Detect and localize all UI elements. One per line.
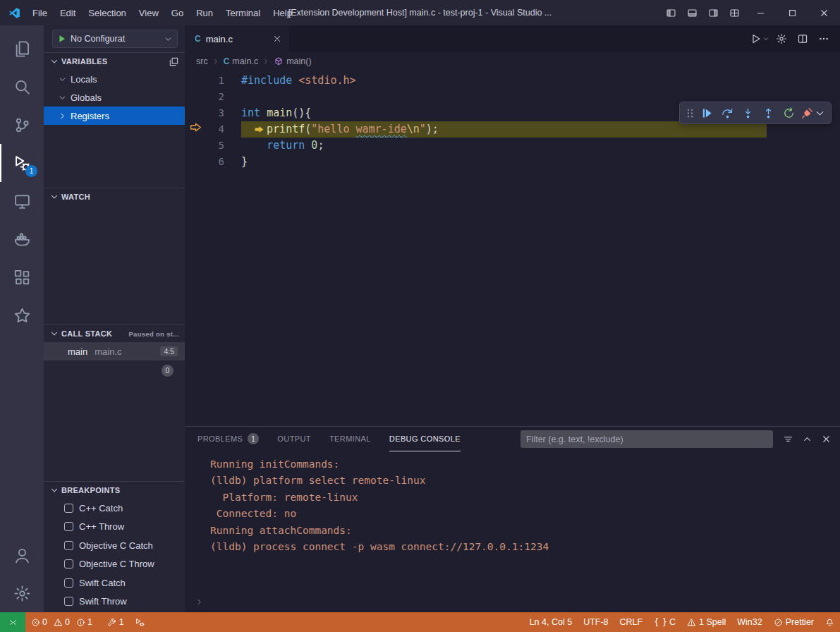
variables-item-locals[interactable]: Locals <box>44 70 185 88</box>
debug-config-dropdown[interactable]: No Configurat <box>52 30 178 48</box>
maximize-panel-button[interactable] <box>802 434 812 444</box>
task-indicator[interactable]: 1 <box>102 612 130 632</box>
toggle-primary-sidebar-button[interactable] <box>660 0 681 25</box>
checkbox[interactable] <box>64 504 73 513</box>
spell-indicator[interactable]: 1 Spell <box>681 612 731 632</box>
checkbox[interactable] <box>64 541 73 550</box>
activity-source-control[interactable] <box>0 106 44 144</box>
breadcrumb-main[interactable]: main() <box>274 56 311 66</box>
run-file-button[interactable] <box>750 30 769 48</box>
console-prompt-icon[interactable] <box>195 597 204 607</box>
tab-main-c[interactable]: C main.c <box>185 25 289 52</box>
menu-selection[interactable]: Selection <box>82 8 132 18</box>
code-line-5[interactable]: 5 return 0; <box>185 138 840 154</box>
menu-file[interactable]: File <box>26 8 54 18</box>
editor-settings-button[interactable] <box>772 30 791 48</box>
breakpoint-c-catch[interactable]: C++ Catch <box>44 499 185 518</box>
breakpoint-swift-throw[interactable]: Swift Throw <box>44 592 185 612</box>
continue-button[interactable] <box>698 104 717 123</box>
code-editor[interactable]: 1#include <stdio.h>23int main(){4 printf… <box>185 71 840 426</box>
checkbox[interactable] <box>64 559 73 569</box>
line-number[interactable]: 4 <box>206 121 224 138</box>
menu-go[interactable]: Go <box>165 8 190 18</box>
remote-indicator[interactable] <box>0 612 25 632</box>
stack-frame-row[interactable]: main main.c 4:5 <box>44 342 185 360</box>
activity-extensions[interactable] <box>0 258 44 296</box>
debug-console[interactable]: Running initCommands:(lldb) platform sel… <box>185 451 840 612</box>
menu-terminal[interactable]: Terminal <box>219 8 267 18</box>
debug-session-indicator[interactable] <box>130 612 150 632</box>
gutter[interactable] <box>185 154 206 170</box>
variables-item-registers[interactable]: Registers <box>44 107 185 125</box>
more-actions-button[interactable] <box>815 30 833 48</box>
console-filter-options-button[interactable] <box>783 434 793 444</box>
eol-indicator[interactable]: CRLF <box>614 612 649 632</box>
variables-header[interactable]: VARIABLES <box>44 53 185 70</box>
breakpoint-swift-catch[interactable]: Swift Catch <box>44 573 185 592</box>
breadcrumb-main-c[interactable]: Cmain.c <box>224 56 259 66</box>
disconnect-button[interactable] <box>800 104 827 123</box>
checkbox[interactable] <box>64 578 73 588</box>
breakpoints-header[interactable]: BREAKPOINTS <box>44 482 185 499</box>
activity-remote-explorer[interactable] <box>0 182 44 220</box>
formatter-indicator[interactable]: Prettier <box>768 612 820 632</box>
split-editor-button[interactable] <box>793 30 812 48</box>
language-indicator[interactable]: { }C <box>648 612 681 632</box>
menu-edit[interactable]: Edit <box>54 8 82 18</box>
activity-docker[interactable] <box>0 220 44 258</box>
checkbox[interactable] <box>64 597 73 606</box>
close-panel-button[interactable] <box>821 434 832 444</box>
menu-view[interactable]: View <box>133 8 165 18</box>
notifications-bell[interactable] <box>820 612 840 632</box>
line-number[interactable]: 3 <box>206 105 224 121</box>
checkbox[interactable] <box>64 522 73 531</box>
maximize-button[interactable] <box>777 0 808 25</box>
watch-header[interactable]: WATCH <box>44 188 185 205</box>
breadcrumb-src[interactable]: src <box>196 56 208 66</box>
line-number[interactable]: 5 <box>206 138 224 154</box>
drag-handle-button[interactable] <box>683 104 696 123</box>
call-stack-header[interactable]: CALL STACK Paused on st... <box>44 325 185 342</box>
close-tab-icon[interactable] <box>272 34 282 44</box>
panel-tab-debug-console[interactable]: DEBUG CONSOLE <box>389 427 461 451</box>
panel-tab-problems[interactable]: PROBLEMS1 <box>197 427 259 451</box>
collapse-all-icon[interactable] <box>169 56 179 67</box>
platform-indicator[interactable]: Win32 <box>731 612 767 632</box>
activity-accounts[interactable] <box>0 536 44 574</box>
breakpoint-objective-c-throw[interactable]: Objective C Throw <box>44 555 185 574</box>
activity-favorites[interactable] <box>0 296 44 334</box>
menu-help[interactable]: Help <box>267 8 298 18</box>
breakpoint-c-throw[interactable]: C++ Throw <box>44 518 185 537</box>
activity-explorer[interactable] <box>0 30 44 68</box>
gutter[interactable] <box>185 105 206 121</box>
breakpoint-objective-c-catch[interactable]: Objective C Catch <box>44 536 185 555</box>
menu-run[interactable]: Run <box>190 8 219 18</box>
panel-tab-terminal[interactable]: TERMINAL <box>329 427 371 451</box>
gutter[interactable] <box>185 73 206 89</box>
activity-search[interactable] <box>0 68 44 106</box>
line-number[interactable]: 6 <box>206 154 224 170</box>
line-number[interactable]: 1 <box>206 73 224 89</box>
code-line-1[interactable]: 1#include <stdio.h> <box>185 73 840 89</box>
encoding-indicator[interactable]: UTF-8 <box>578 612 614 632</box>
cursor-position[interactable]: Ln 4, Col 5 <box>524 612 578 632</box>
minimize-button[interactable] <box>745 0 777 25</box>
console-filter-input[interactable] <box>521 430 773 448</box>
activity-run-debug[interactable]: 1 <box>0 144 44 182</box>
step-out-button[interactable] <box>759 104 778 123</box>
gutter[interactable] <box>185 89 206 105</box>
gutter[interactable] <box>185 138 206 154</box>
toggle-secondary-sidebar-button[interactable] <box>702 0 724 25</box>
start-debug-icon[interactable] <box>57 34 67 44</box>
variables-item-globals[interactable]: Globals <box>44 88 185 107</box>
step-over-button[interactable] <box>718 104 737 123</box>
panel-tab-output[interactable]: OUTPUT <box>277 427 311 451</box>
activity-settings[interactable] <box>0 574 44 612</box>
customize-layout-button[interactable] <box>724 0 745 25</box>
code-line-6[interactable]: 6} <box>185 154 840 170</box>
toggle-panel-button[interactable] <box>681 0 702 25</box>
close-window-button[interactable] <box>808 0 840 25</box>
gutter[interactable] <box>185 121 206 138</box>
restart-button[interactable] <box>779 104 798 123</box>
problems-indicator[interactable]: 001 <box>25 612 102 632</box>
